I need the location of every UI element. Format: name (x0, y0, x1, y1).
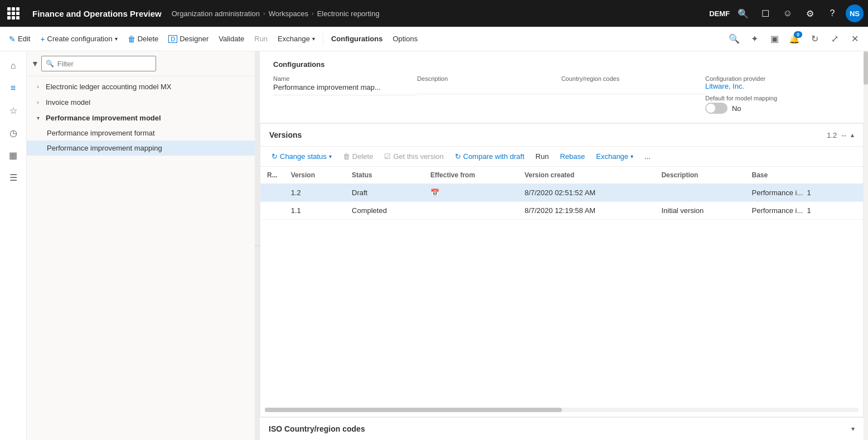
versions-delete-button[interactable]: 🗑 Delete (338, 150, 378, 163)
sidebar-list-icon[interactable]: ≡ (3, 78, 23, 98)
versions-exchange-button[interactable]: Exchange ▾ (591, 150, 638, 163)
table-row[interactable]: 1.2 Draft 📅 8/7/2020 02:51:52 AM Perform… (260, 184, 863, 202)
sidebar-clock-icon[interactable]: ◷ (3, 123, 23, 143)
col-version: Version (284, 167, 345, 184)
v-scrollbar-thumb[interactable] (864, 51, 868, 85)
change-status-button[interactable]: ↻ Change status ▾ (267, 150, 336, 163)
cell-r-0 (260, 184, 284, 202)
search-button[interactable]: 🔍 (734, 4, 752, 22)
tree-item-3[interactable]: Performance improvement format (27, 125, 255, 141)
notification-button[interactable]: ☐ (757, 4, 774, 22)
v-scrollbar[interactable] (864, 51, 868, 440)
sidebar-filter-icon[interactable]: ☰ (3, 167, 23, 187)
designer-button[interactable]: D Designer (164, 32, 213, 45)
table-row[interactable]: 1.1 Completed 8/7/2020 12:19:58 AM Initi… (260, 202, 863, 220)
tree-item-4[interactable]: Performance improvement mapping (27, 141, 255, 156)
detail-provider-label: Configuration provider (705, 75, 850, 82)
detail-provider-value[interactable]: Litware, Inc. (705, 82, 850, 90)
versions-run-button[interactable]: Run (531, 150, 554, 163)
cmd-expand-icon[interactable]: ⤢ (826, 30, 843, 48)
refresh-icon: ↻ (271, 152, 278, 161)
detail-section-title: Configurations (273, 60, 850, 69)
breadcrumb-electronic[interactable]: Electronic reporting (317, 9, 380, 18)
left-panel-toolbar: ▼ 🔍 (27, 51, 255, 76)
waffle-button[interactable] (4, 4, 22, 22)
cmd-right-icons: 🔍 ✦ ▣ 🔔0 ↻ ⤢ ✕ (725, 30, 864, 48)
options-button[interactable]: Options (388, 32, 422, 45)
right-content: Configurations Name Performance improvem… (260, 51, 864, 440)
create-config-button[interactable]: + Create configuration ▾ (36, 32, 122, 46)
chevron-right-1: › (33, 98, 42, 107)
sidebar-table-icon[interactable]: ▦ (3, 145, 23, 165)
cmd-close-icon[interactable]: ✕ (846, 30, 864, 48)
delete-button[interactable]: 🗑 Delete (123, 32, 163, 46)
cmd-search-icon[interactable]: 🔍 (725, 30, 743, 48)
tree-label-3: Performance improvement format (47, 129, 155, 137)
toggle-knob (706, 104, 715, 113)
user-avatar[interactable]: NS (846, 4, 864, 22)
mapping-no-label: No (732, 104, 741, 113)
chevron-down-2: ▾ (33, 113, 42, 122)
settings-button[interactable]: ⚙ (801, 4, 819, 22)
sidebar-icons: ⌂ ≡ ☆ ◷ ▦ ☰ (0, 51, 27, 440)
breadcrumb: Organization administration › Workspaces… (172, 9, 706, 18)
cmd-panel-icon[interactable]: ▣ (765, 30, 783, 48)
tree-label-2: Performance improvement model (46, 114, 161, 122)
h-scrollbar[interactable] (265, 408, 859, 412)
configurations-button[interactable]: Configurations (327, 32, 387, 45)
cell-r-1 (260, 202, 284, 220)
calendar-icon[interactable]: 📅 (430, 188, 439, 197)
more-button[interactable]: ... (640, 150, 655, 163)
versions-sep: -- (841, 131, 846, 139)
cmd-refresh-icon[interactable]: ↻ (806, 30, 823, 48)
sidebar-star-icon[interactable]: ☆ (3, 100, 23, 120)
tree-item-1[interactable]: › Invoice model (27, 94, 255, 110)
validate-button[interactable]: Validate (214, 32, 249, 45)
col-base: Base (745, 167, 863, 184)
breadcrumb-org[interactable]: Organization administration (172, 9, 260, 18)
cell-status-1: Completed (345, 202, 424, 220)
cell-effective-0: 📅 (424, 184, 518, 202)
breadcrumb-sep-1: › (263, 10, 265, 17)
filter-toggle-icon[interactable]: ▼ (31, 59, 39, 68)
exchange-button[interactable]: Exchange ▾ (273, 32, 319, 45)
versions-collapse-icon[interactable]: ▴ (851, 131, 854, 139)
trash-icon: 🗑 (343, 152, 350, 161)
filter-input[interactable] (41, 56, 156, 71)
base-num-1: 1 (807, 206, 811, 215)
versions-table: R... Version Status Effective from Versi… (260, 167, 863, 220)
cmd-notify-badge[interactable]: 🔔0 (785, 30, 803, 48)
sidebar-home-icon[interactable]: ⌂ (3, 56, 23, 76)
tree-item-2[interactable]: ▾ Performance improvement model (27, 110, 255, 125)
rebase-button[interactable]: Rebase (555, 150, 589, 163)
chevron-right-0: › (33, 82, 42, 91)
table-header-row: R... Version Status Effective from Versi… (260, 167, 863, 184)
detail-panel: Configurations Name Performance improvem… (260, 51, 864, 123)
base-link-0[interactable]: Performance i... (752, 188, 803, 197)
drag-handle[interactable]: ⋮ (255, 51, 260, 440)
edit-button[interactable]: ✎ Edit (4, 32, 35, 46)
detail-toggle-row: No (705, 103, 850, 114)
detail-name-label: Name (273, 75, 417, 82)
tree-label-0: Electronic ledger accounting model MX (46, 83, 171, 91)
get-version-button[interactable]: ☑ Get this version (380, 150, 448, 163)
check-icon: ☑ (384, 152, 391, 161)
iso-section[interactable]: ISO Country/region codes ▾ (260, 417, 864, 440)
tree-item-0[interactable]: › Electronic ledger accounting model MX (27, 79, 255, 94)
smiley-button[interactable]: ☺ (779, 4, 797, 22)
base-num-0: 1 (807, 188, 811, 197)
help-button[interactable]: ? (823, 4, 841, 22)
compare-draft-button[interactable]: ↻ Compare with draft (450, 150, 529, 163)
mapping-toggle[interactable] (705, 103, 728, 114)
cell-created-0: 8/7/2020 02:51:52 AM (518, 184, 654, 202)
detail-name-field: Name Performance improvement map... (273, 75, 417, 114)
tree-panel: › Electronic ledger accounting model MX … (27, 76, 255, 440)
breadcrumb-workspaces[interactable]: Workspaces (269, 9, 308, 18)
cell-version-0: 1.2 (284, 184, 345, 202)
cmd-pin-icon[interactable]: ✦ (745, 30, 763, 48)
versions-meta: 1.2 -- ▴ (827, 131, 854, 139)
detail-provider-field: Configuration provider Litware, Inc. Def… (705, 75, 850, 114)
col-r: R... (260, 167, 284, 184)
run-button[interactable]: Run (250, 32, 272, 45)
h-scrollbar-thumb[interactable] (265, 408, 562, 412)
